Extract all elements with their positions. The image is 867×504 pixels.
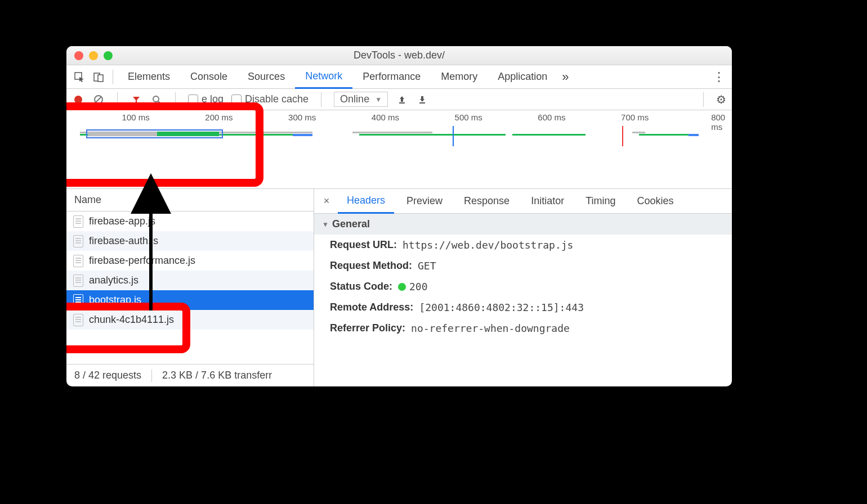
request-row[interactable]: firebase-performance.js bbox=[66, 251, 314, 271]
tab-sources[interactable]: Sources bbox=[238, 65, 295, 88]
detail-tabs: × Headers Preview Response Initiator Tim… bbox=[314, 189, 732, 214]
value-status-code: 200 bbox=[398, 281, 428, 292]
upload-har-icon[interactable] bbox=[396, 93, 408, 106]
request-detail-panel: × Headers Preview Response Initiator Tim… bbox=[314, 189, 732, 386]
label-request-method: Request Method: bbox=[330, 260, 412, 272]
status-requests: 8 / 42 requests bbox=[74, 370, 141, 381]
label-remote-address: Remote Address: bbox=[330, 302, 413, 313]
annotation-arrow-icon bbox=[134, 187, 168, 325]
status-transfer: 2.3 KB / 7.6 KB transferr bbox=[162, 370, 272, 381]
value-referrer-policy: no-referrer-when-downgrade bbox=[411, 322, 570, 334]
subtab-timing[interactable]: Timing bbox=[576, 189, 624, 213]
status-bar: 8 / 42 requests 2.3 KB / 7.6 KB transfer… bbox=[66, 364, 314, 386]
download-har-icon[interactable] bbox=[416, 93, 428, 106]
titlebar: DevTools - web.dev/ bbox=[66, 46, 732, 65]
disclosure-triangle-icon: ▼ bbox=[322, 220, 329, 228]
svg-rect-8 bbox=[399, 102, 405, 104]
status-dot-icon bbox=[398, 283, 406, 291]
subtab-response[interactable]: Response bbox=[455, 189, 519, 213]
annotation-highlight-box bbox=[66, 303, 190, 353]
tick-label: 400 ms bbox=[372, 112, 399, 122]
close-detail-icon[interactable]: × bbox=[319, 195, 334, 207]
tick-label: 600 ms bbox=[538, 112, 565, 122]
tab-performance[interactable]: Performance bbox=[352, 65, 431, 88]
tab-network[interactable]: Network bbox=[295, 66, 352, 89]
tab-memory[interactable]: Memory bbox=[431, 65, 488, 88]
value-request-method: GET bbox=[418, 260, 436, 272]
value-remote-address: [2001:4860:4802:32::15]:443 bbox=[419, 302, 584, 313]
tab-application[interactable]: Application bbox=[488, 65, 557, 88]
file-icon bbox=[73, 235, 83, 248]
value-request-url: https://web.dev/bootstrap.js bbox=[403, 239, 573, 251]
throttling-value: Online bbox=[340, 93, 369, 105]
request-list-panel: Name firebase-app.js firebase-auth.js fi… bbox=[66, 189, 314, 386]
file-icon bbox=[73, 274, 83, 287]
file-icon bbox=[73, 255, 83, 267]
request-row[interactable]: analytics.js bbox=[66, 271, 314, 290]
svg-line-5 bbox=[96, 97, 101, 102]
label-status-code: Status Code: bbox=[330, 281, 392, 292]
tick-label: 500 ms bbox=[455, 112, 482, 122]
label-request-url: Request URL: bbox=[330, 239, 397, 251]
tick-label: 800 ms bbox=[711, 112, 725, 132]
tick-label: 300 ms bbox=[288, 112, 316, 122]
tab-elements[interactable]: Elements bbox=[118, 65, 180, 88]
device-toolbar-icon[interactable] bbox=[89, 68, 108, 87]
subtab-headers[interactable]: Headers bbox=[338, 190, 394, 214]
annotation-highlight-box bbox=[66, 102, 263, 187]
more-tabs-icon[interactable]: » bbox=[562, 70, 569, 84]
devtools-window: DevTools - web.dev/ Elements Console Sou… bbox=[66, 46, 732, 386]
request-name: analytics.js bbox=[89, 274, 138, 286]
request-row[interactable]: firebase-app.js bbox=[66, 212, 314, 231]
svg-rect-9 bbox=[419, 102, 425, 104]
column-header-name[interactable]: Name bbox=[66, 189, 314, 212]
label-referrer-policy: Referrer Policy: bbox=[330, 322, 405, 334]
network-settings-icon[interactable]: ⚙ bbox=[716, 93, 726, 106]
tick-label: 700 ms bbox=[621, 112, 649, 122]
svg-rect-2 bbox=[98, 75, 103, 82]
subtab-preview[interactable]: Preview bbox=[397, 189, 452, 213]
inspect-element-icon[interactable] bbox=[70, 68, 89, 87]
section-title: General bbox=[332, 218, 370, 230]
tab-console[interactable]: Console bbox=[180, 65, 238, 88]
devtools-menu-icon[interactable]: ⋮ bbox=[709, 70, 729, 84]
file-icon bbox=[73, 215, 83, 228]
window-title: DevTools - web.dev/ bbox=[66, 50, 732, 61]
svg-point-6 bbox=[153, 96, 159, 102]
throttling-select[interactable]: Online ▼ bbox=[334, 92, 388, 107]
subtab-cookies[interactable]: Cookies bbox=[628, 189, 683, 213]
subtab-initiator[interactable]: Initiator bbox=[522, 189, 573, 213]
panel-tabs: Elements Console Sources Network Perform… bbox=[66, 65, 732, 89]
request-row[interactable]: firebase-auth.js bbox=[66, 231, 314, 251]
headers-general-section[interactable]: ▼ General bbox=[314, 214, 732, 235]
